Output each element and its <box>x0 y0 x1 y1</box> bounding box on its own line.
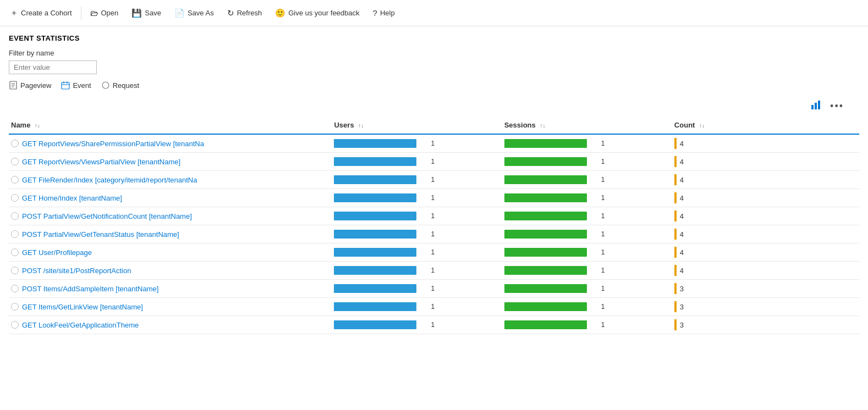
users-cell: 1 <box>332 134 502 153</box>
table-row[interactable]: GET FileRender/Index [category/itemid/re… <box>9 171 859 189</box>
more-options-button[interactable]: ••• <box>828 99 846 113</box>
sessions-bar <box>504 248 587 257</box>
table-row[interactable]: GET LookFeel/GetApplicationTheme 1 1 3 <box>9 316 859 334</box>
row-radio[interactable] <box>11 230 19 238</box>
sessions-cell: 1 <box>502 153 672 171</box>
name-cell: POST Items/AddSampleItem [tenantName] <box>9 280 332 298</box>
name-link[interactable]: POST PartialView/GetNotificationCount [t… <box>22 212 192 220</box>
refresh-icon: ↻ <box>227 8 234 18</box>
users-cell: 1 <box>332 243 502 262</box>
open-button[interactable]: 🗁 Open <box>85 5 124 21</box>
name-link[interactable]: POST PartialView/GetTenantStatus [tenant… <box>22 230 179 239</box>
name-link[interactable]: GET FileRender/Index [category/itemid/re… <box>22 176 197 184</box>
chart-view-button[interactable] <box>808 98 823 114</box>
table-row[interactable]: GET ReportViews/ViewsPartialView [tenant… <box>9 153 859 171</box>
type-filter-event[interactable]: Event <box>61 81 91 90</box>
row-radio[interactable] <box>11 267 19 274</box>
open-label: Open <box>101 9 119 17</box>
col-header-users[interactable]: Users ↑↓ <box>332 117 502 134</box>
col-users-sort-icon[interactable]: ↑↓ <box>358 123 364 129</box>
feedback-button[interactable]: 🙂 Give us your feedback <box>270 5 365 21</box>
save-icon: 💾 <box>131 8 142 18</box>
col-sessions-sort-icon[interactable]: ↑↓ <box>540 123 545 129</box>
name-link[interactable]: GET ReportViews/SharePermissionPartialVi… <box>22 140 204 148</box>
table-row[interactable]: POST PartialView/GetNotificationCount [t… <box>9 207 859 225</box>
users-value: 1 <box>431 230 437 238</box>
name-link[interactable]: GET User/Profilepage <box>22 248 92 257</box>
row-radio[interactable] <box>11 212 19 220</box>
row-radio[interactable] <box>11 140 19 147</box>
col-header-name[interactable]: Name ↑↓ <box>9 117 332 134</box>
users-bar <box>334 212 416 220</box>
save-button[interactable]: 💾 Save <box>126 5 167 21</box>
table-row[interactable]: GET ReportViews/SharePermissionPartialVi… <box>9 134 859 153</box>
table-row[interactable]: POST PartialView/GetTenantStatus [tenant… <box>9 225 859 243</box>
count-cell: 4 <box>672 225 859 243</box>
svg-rect-4 <box>62 82 69 89</box>
saveas-button[interactable]: 📄 Save As <box>169 5 219 21</box>
table-scroll-container[interactable]: Name ↑↓ Users ↑↓ Sessions ↑↓ Count <box>9 117 859 334</box>
pageview-icon <box>9 81 18 90</box>
sessions-value: 1 <box>601 285 608 292</box>
sessions-bar <box>504 175 587 184</box>
users-value: 1 <box>431 194 437 202</box>
help-label: Help <box>380 9 395 17</box>
type-filters: Pageview Event Request <box>9 81 859 90</box>
sessions-cell: 1 <box>502 171 672 189</box>
users-cell: 1 <box>332 262 502 280</box>
col-count-sort-icon[interactable]: ↑↓ <box>699 123 705 129</box>
name-link[interactable]: GET ReportViews/ViewsPartialView [tenant… <box>22 158 180 166</box>
col-header-count[interactable]: Count ↑↓ <box>672 117 859 134</box>
col-name-sort-icon[interactable]: ↑↓ <box>35 123 40 129</box>
name-link[interactable]: GET Items/GetLinkView [tenantName] <box>22 303 143 311</box>
row-radio[interactable] <box>11 176 19 184</box>
name-link[interactable]: POST Items/AddSampleItem [tenantName] <box>22 285 158 293</box>
row-radio[interactable] <box>11 321 19 329</box>
row-radio[interactable] <box>11 194 19 202</box>
count-bar <box>674 156 677 167</box>
col-name-label: Name <box>11 121 30 129</box>
col-header-sessions[interactable]: Sessions ↑↓ <box>502 117 672 134</box>
users-bar <box>334 193 416 202</box>
sessions-cell: 1 <box>502 243 672 262</box>
name-link[interactable]: POST /site/site1/PostReportAction <box>22 267 131 275</box>
table-row[interactable]: GET Home/Index [tenantName] 1 1 4 <box>9 189 859 207</box>
create-cohort-button[interactable]: ＋ Create a Cohort <box>4 4 78 21</box>
filter-input[interactable] <box>9 60 97 74</box>
table-row[interactable]: GET Items/GetLinkView [tenantName] 1 1 3 <box>9 298 859 316</box>
event-icon <box>61 81 70 90</box>
users-value: 1 <box>431 285 437 292</box>
request-icon <box>101 81 110 90</box>
toolbar: ＋ Create a Cohort 🗁 Open 💾 Save 📄 Save A… <box>0 0 868 26</box>
count-cell: 4 <box>672 262 859 280</box>
name-cell: GET FileRender/Index [category/itemid/re… <box>9 171 332 189</box>
refresh-button[interactable]: ↻ Refresh <box>222 5 268 21</box>
users-value: 1 <box>431 140 437 147</box>
feedback-label: Give us your feedback <box>288 9 359 17</box>
sessions-value: 1 <box>601 212 608 220</box>
users-value: 1 <box>431 248 437 256</box>
row-radio[interactable] <box>11 158 19 165</box>
row-radio[interactable] <box>11 248 19 256</box>
count-cell: 4 <box>672 134 859 153</box>
name-link[interactable]: GET Home/Index [tenantName] <box>22 194 122 202</box>
table-row[interactable]: POST Items/AddSampleItem [tenantName] 1 … <box>9 280 859 298</box>
open-icon: 🗁 <box>90 8 98 18</box>
type-filter-request[interactable]: Request <box>101 81 139 90</box>
row-radio[interactable] <box>11 303 19 311</box>
count-bar <box>674 247 677 258</box>
count-bar <box>674 301 677 312</box>
count-bar <box>674 283 677 294</box>
type-filter-pageview[interactable]: Pageview <box>9 81 51 90</box>
users-bar <box>334 266 416 275</box>
table-row[interactable]: POST /site/site1/PostReportAction 1 1 4 <box>9 262 859 280</box>
help-button[interactable]: ? Help <box>367 5 400 21</box>
table-actions: ••• <box>9 98 859 114</box>
name-cell: POST PartialView/GetNotificationCount [t… <box>9 207 332 225</box>
count-cell: 4 <box>672 207 859 225</box>
row-radio[interactable] <box>11 285 19 292</box>
svg-rect-11 <box>818 101 820 109</box>
name-link[interactable]: GET LookFeel/GetApplicationTheme <box>22 321 139 329</box>
table-row[interactable]: GET User/Profilepage 1 1 4 <box>9 243 859 262</box>
col-users-label: Users <box>334 121 354 129</box>
